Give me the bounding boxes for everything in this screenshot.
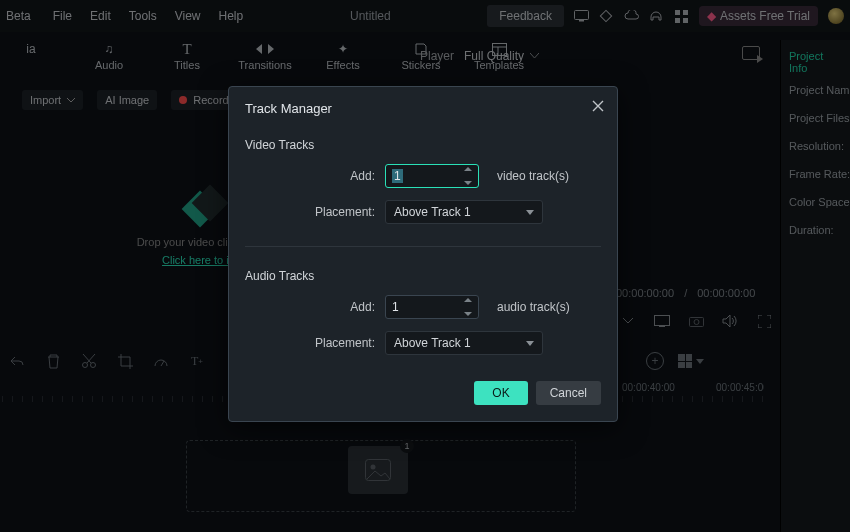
audio-tracks-section-label: Audio Tracks: [245, 269, 601, 283]
stepper-buttons[interactable]: [464, 167, 474, 185]
close-icon: [592, 100, 604, 112]
cancel-button[interactable]: Cancel: [536, 381, 601, 405]
audio-add-label: Add:: [245, 300, 375, 314]
video-add-suffix: video track(s): [497, 169, 569, 183]
ok-button[interactable]: OK: [474, 381, 527, 405]
video-add-label: Add:: [245, 169, 375, 183]
video-add-stepper[interactable]: 1: [385, 164, 479, 188]
video-placement-label: Placement:: [245, 205, 375, 219]
chevron-down-icon: [526, 341, 534, 346]
chevron-up-icon: [464, 167, 472, 171]
close-button[interactable]: [589, 97, 607, 115]
chevron-up-icon: [464, 298, 472, 302]
chevron-down-icon: [526, 210, 534, 215]
track-manager-dialog: Track Manager Video Tracks Add: 1 video …: [228, 86, 618, 422]
audio-placement-label: Placement:: [245, 336, 375, 350]
chevron-down-icon: [464, 181, 472, 185]
video-add-value: 1: [392, 169, 403, 183]
audio-placement-value: Above Track 1: [394, 336, 471, 350]
audio-placement-select[interactable]: Above Track 1: [385, 331, 543, 355]
video-tracks-section-label: Video Tracks: [245, 138, 601, 152]
audio-add-suffix: audio track(s): [497, 300, 570, 314]
stepper-buttons[interactable]: [464, 298, 474, 316]
video-placement-value: Above Track 1: [394, 205, 471, 219]
dialog-title: Track Manager: [245, 101, 601, 116]
audio-add-stepper[interactable]: 1: [385, 295, 479, 319]
chevron-down-icon: [464, 312, 472, 316]
audio-add-value: 1: [392, 300, 399, 314]
divider: [245, 246, 601, 247]
video-placement-select[interactable]: Above Track 1: [385, 200, 543, 224]
